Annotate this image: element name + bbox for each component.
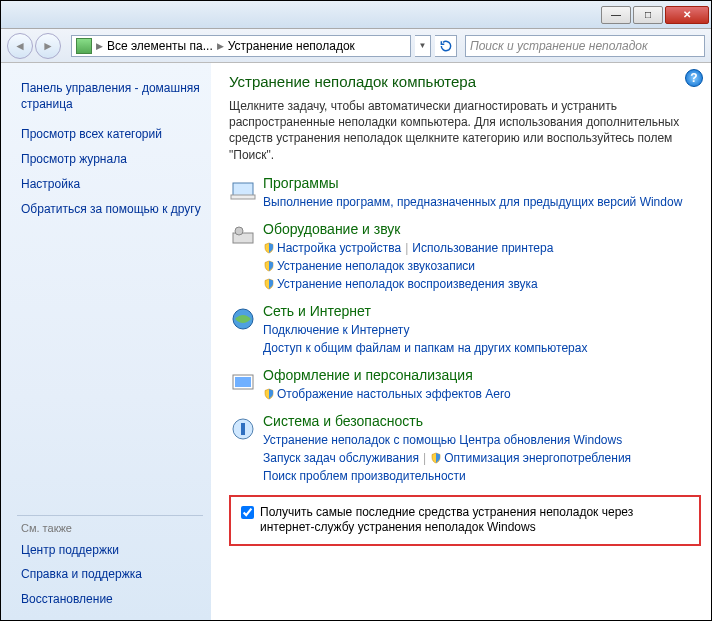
troubleshooter-link[interactable]: Оптимизация энергопотребления (444, 451, 631, 465)
shield-icon (263, 387, 275, 399)
maximize-button[interactable]: □ (633, 6, 663, 24)
forward-button[interactable]: ► (35, 33, 61, 59)
troubleshooter-link[interactable]: Устранение неполадок с помощью Центра об… (263, 433, 622, 447)
page-title: Устранение неполадок компьютера (229, 73, 701, 90)
page-description: Щелкните задачу, чтобы автоматически диа… (229, 98, 701, 163)
svg-rect-8 (241, 423, 245, 435)
divider: | (405, 241, 408, 255)
sidebar-heading[interactable]: Панель управления - домашняя страница (13, 79, 211, 122)
address-row: ◄ ► ▶ Все элементы па... ▶ Устранение не… (1, 29, 711, 63)
see-also-link[interactable]: Справка и поддержка (13, 562, 211, 587)
breadcrumb-bar[interactable]: ▶ Все элементы па... ▶ Устранение непола… (71, 35, 411, 57)
shield-icon (263, 241, 275, 253)
category-icon (229, 367, 263, 403)
help-button[interactable]: ? (685, 69, 703, 87)
troubleshooter-link[interactable]: Отображение настольных эффектов Aero (277, 387, 511, 401)
sidebar: Панель управления - домашняя страница Пр… (1, 63, 211, 620)
troubleshooter-link[interactable]: Устранение неполадок воспроизведения зву… (277, 277, 538, 291)
online-updates-checkbox[interactable] (241, 506, 254, 519)
minimize-button[interactable]: ― (601, 6, 631, 24)
category-title[interactable]: Программы (263, 175, 701, 191)
chevron-right-icon: ▶ (96, 41, 103, 51)
back-button[interactable]: ◄ (7, 33, 33, 59)
online-updates-label[interactable]: Получить самые последние средства устран… (260, 505, 689, 536)
search-placeholder: Поиск и устранение неполадок (470, 39, 648, 53)
troubleshooter-link[interactable]: Устранение неполадок звукозаписи (277, 259, 475, 273)
svg-rect-1 (231, 195, 255, 199)
category: Сеть и ИнтернетПодключение к ИнтернетуДо… (229, 303, 701, 357)
troubleshooter-link[interactable]: Доступ к общим файлам и папкам на других… (263, 341, 587, 355)
breadcrumb-item[interactable]: Устранение неполадок (228, 39, 355, 53)
category-icon (229, 221, 263, 293)
sidebar-link[interactable]: Обратиться за помощью к другу (13, 197, 211, 222)
shield-icon (263, 277, 275, 289)
sidebar-link[interactable]: Настройка (13, 172, 211, 197)
troubleshooter-link[interactable]: Поиск проблем производительности (263, 469, 466, 483)
control-panel-icon (76, 38, 92, 54)
shield-icon (430, 451, 442, 463)
see-also-link[interactable]: Центр поддержки (13, 538, 211, 563)
category-title[interactable]: Сеть и Интернет (263, 303, 701, 319)
online-updates-row: Получить самые последние средства устран… (229, 495, 701, 546)
troubleshooter-link[interactable]: Подключение к Интернету (263, 323, 410, 337)
category: ПрограммыВыполнение программ, предназнач… (229, 175, 701, 211)
category-title[interactable]: Система и безопасность (263, 413, 701, 429)
see-also-label: См. также (13, 518, 211, 538)
chevron-right-icon: ▶ (217, 41, 224, 51)
refresh-icon (439, 39, 453, 53)
troubleshooter-link[interactable]: Использование принтера (412, 241, 553, 255)
sidebar-link[interactable]: Просмотр журнала (13, 147, 211, 172)
svg-rect-6 (235, 377, 251, 387)
troubleshooter-link[interactable]: Выполнение программ, предназначенных для… (263, 195, 682, 209)
divider: | (423, 451, 426, 465)
category: Система и безопасностьУстранение неполад… (229, 413, 701, 485)
category-title[interactable]: Оформление и персонализация (263, 367, 701, 383)
breadcrumb-dropdown[interactable]: ▼ (415, 35, 431, 57)
sidebar-link[interactable]: Просмотр всех категорий (13, 122, 211, 147)
category: Оформление и персонализацияОтображение н… (229, 367, 701, 403)
breadcrumb-item[interactable]: Все элементы па... (107, 39, 213, 53)
troubleshooter-link[interactable]: Настройка устройства (277, 241, 401, 255)
see-also-link[interactable]: Восстановление (13, 587, 211, 612)
search-input[interactable]: Поиск и устранение неполадок (465, 35, 705, 57)
troubleshooter-link[interactable]: Запуск задач обслуживания (263, 451, 419, 465)
svg-point-3 (235, 227, 243, 235)
category-title[interactable]: Оборудование и звук (263, 221, 701, 237)
window-titlebar: ― □ ✕ (1, 1, 711, 29)
main-panel: ? Устранение неполадок компьютера Щелкни… (211, 63, 711, 620)
divider (17, 515, 203, 516)
close-button[interactable]: ✕ (665, 6, 709, 24)
shield-icon (263, 259, 275, 271)
category-icon (229, 303, 263, 357)
category: Оборудование и звукНастройка устройства|… (229, 221, 701, 293)
svg-rect-2 (233, 233, 253, 243)
refresh-button[interactable] (435, 35, 457, 57)
category-icon (229, 175, 263, 211)
category-icon (229, 413, 263, 485)
